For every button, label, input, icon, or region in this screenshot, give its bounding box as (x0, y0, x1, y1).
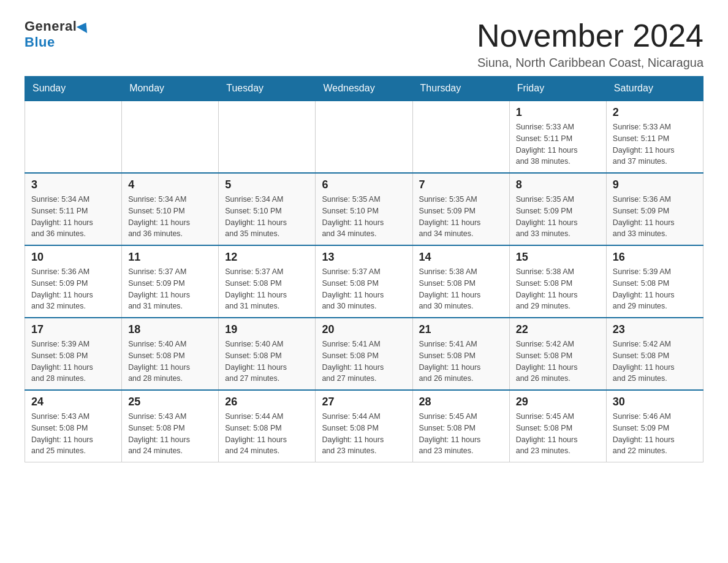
calendar-cell: 22Sunrise: 5:42 AM Sunset: 5:08 PM Dayli… (509, 318, 606, 390)
calendar-cell: 14Sunrise: 5:38 AM Sunset: 5:08 PM Dayli… (412, 245, 509, 318)
day-number: 4 (128, 178, 212, 191)
day-info: Sunrise: 5:37 AM Sunset: 5:09 PM Dayligh… (128, 266, 212, 312)
calendar-cell: 4Sunrise: 5:34 AM Sunset: 5:10 PM Daylig… (122, 173, 219, 245)
day-info: Sunrise: 5:43 AM Sunset: 5:08 PM Dayligh… (128, 411, 212, 457)
calendar-cell: 26Sunrise: 5:44 AM Sunset: 5:08 PM Dayli… (219, 390, 316, 462)
day-number: 11 (128, 251, 212, 264)
calendar-cell: 18Sunrise: 5:40 AM Sunset: 5:08 PM Dayli… (122, 318, 219, 390)
day-info: Sunrise: 5:44 AM Sunset: 5:08 PM Dayligh… (225, 411, 309, 457)
day-info: Sunrise: 5:42 AM Sunset: 5:08 PM Dayligh… (516, 339, 600, 385)
calendar-week-row: 17Sunrise: 5:39 AM Sunset: 5:08 PM Dayli… (25, 318, 703, 390)
calendar-cell: 30Sunrise: 5:46 AM Sunset: 5:09 PM Dayli… (606, 390, 703, 462)
weekday-header-wednesday: Wednesday (316, 77, 412, 101)
location-subtitle: Siuna, North Caribbean Coast, Nicaragua (477, 56, 703, 70)
day-info: Sunrise: 5:33 AM Sunset: 5:11 PM Dayligh… (516, 121, 600, 167)
calendar-week-row: 1Sunrise: 5:33 AM Sunset: 5:11 PM Daylig… (25, 101, 703, 173)
day-info: Sunrise: 5:41 AM Sunset: 5:08 PM Dayligh… (322, 339, 406, 385)
day-number: 8 (516, 178, 600, 191)
day-number: 16 (613, 251, 697, 264)
day-number: 27 (322, 396, 406, 408)
day-info: Sunrise: 5:40 AM Sunset: 5:08 PM Dayligh… (128, 339, 212, 385)
weekday-header-tuesday: Tuesday (219, 77, 316, 101)
day-number: 2 (613, 106, 697, 119)
day-number: 1 (516, 106, 600, 119)
day-info: Sunrise: 5:38 AM Sunset: 5:08 PM Dayligh… (516, 266, 600, 312)
calendar-cell: 25Sunrise: 5:43 AM Sunset: 5:08 PM Dayli… (122, 390, 219, 462)
day-info: Sunrise: 5:34 AM Sunset: 5:10 PM Dayligh… (225, 194, 309, 240)
logo-blue-text: Blue (25, 34, 55, 50)
calendar-cell: 17Sunrise: 5:39 AM Sunset: 5:08 PM Dayli… (25, 318, 122, 390)
calendar-cell: 1Sunrise: 5:33 AM Sunset: 5:11 PM Daylig… (509, 101, 606, 173)
calendar-cell (316, 101, 412, 173)
day-info: Sunrise: 5:39 AM Sunset: 5:08 PM Dayligh… (613, 266, 697, 312)
calendar-week-row: 10Sunrise: 5:36 AM Sunset: 5:09 PM Dayli… (25, 245, 703, 318)
calendar-cell: 20Sunrise: 5:41 AM Sunset: 5:08 PM Dayli… (316, 318, 412, 390)
calendar-cell: 21Sunrise: 5:41 AM Sunset: 5:08 PM Dayli… (412, 318, 509, 390)
calendar-cell: 3Sunrise: 5:34 AM Sunset: 5:11 PM Daylig… (25, 173, 122, 245)
calendar-cell: 29Sunrise: 5:45 AM Sunset: 5:08 PM Dayli… (509, 390, 606, 462)
day-info: Sunrise: 5:37 AM Sunset: 5:08 PM Dayligh… (225, 266, 309, 312)
calendar-cell (412, 101, 509, 173)
calendar-cell (122, 101, 219, 173)
day-number: 21 (419, 323, 503, 336)
day-number: 7 (419, 178, 503, 191)
day-number: 6 (322, 178, 406, 191)
logo-triangle-icon (77, 20, 91, 33)
day-info: Sunrise: 5:35 AM Sunset: 5:09 PM Dayligh… (419, 194, 503, 240)
calendar-cell: 13Sunrise: 5:37 AM Sunset: 5:08 PM Dayli… (316, 245, 412, 318)
day-info: Sunrise: 5:36 AM Sunset: 5:09 PM Dayligh… (31, 266, 115, 312)
page-header: General Blue November 2024 Siuna, North … (25, 18, 703, 70)
day-info: Sunrise: 5:43 AM Sunset: 5:08 PM Dayligh… (31, 411, 115, 457)
calendar-cell: 12Sunrise: 5:37 AM Sunset: 5:08 PM Dayli… (219, 245, 316, 318)
day-number: 18 (128, 323, 212, 336)
calendar-cell: 24Sunrise: 5:43 AM Sunset: 5:08 PM Dayli… (25, 390, 122, 462)
weekday-header-thursday: Thursday (412, 77, 509, 101)
day-info: Sunrise: 5:33 AM Sunset: 5:11 PM Dayligh… (613, 121, 697, 167)
day-info: Sunrise: 5:40 AM Sunset: 5:08 PM Dayligh… (225, 339, 309, 385)
day-number: 20 (322, 323, 406, 336)
day-number: 19 (225, 323, 309, 336)
day-number: 26 (225, 396, 309, 408)
day-info: Sunrise: 5:46 AM Sunset: 5:09 PM Dayligh… (613, 411, 697, 457)
calendar-cell: 6Sunrise: 5:35 AM Sunset: 5:10 PM Daylig… (316, 173, 412, 245)
calendar-header-row: SundayMondayTuesdayWednesdayThursdayFrid… (25, 77, 703, 101)
calendar-cell (219, 101, 316, 173)
day-info: Sunrise: 5:45 AM Sunset: 5:08 PM Dayligh… (516, 411, 600, 457)
weekday-header-monday: Monday (122, 77, 219, 101)
day-info: Sunrise: 5:36 AM Sunset: 5:09 PM Dayligh… (613, 194, 697, 240)
calendar-cell (25, 101, 122, 173)
calendar-cell: 11Sunrise: 5:37 AM Sunset: 5:09 PM Dayli… (122, 245, 219, 318)
day-info: Sunrise: 5:37 AM Sunset: 5:08 PM Dayligh… (322, 266, 406, 312)
day-number: 22 (516, 323, 600, 336)
weekday-header-saturday: Saturday (606, 77, 703, 101)
day-number: 28 (419, 396, 503, 408)
day-info: Sunrise: 5:42 AM Sunset: 5:08 PM Dayligh… (613, 339, 697, 385)
calendar-cell: 10Sunrise: 5:36 AM Sunset: 5:09 PM Dayli… (25, 245, 122, 318)
calendar-cell: 2Sunrise: 5:33 AM Sunset: 5:11 PM Daylig… (606, 101, 703, 173)
day-number: 14 (419, 251, 503, 264)
day-number: 24 (31, 396, 115, 408)
calendar-cell: 5Sunrise: 5:34 AM Sunset: 5:10 PM Daylig… (219, 173, 316, 245)
day-number: 23 (613, 323, 697, 336)
calendar-week-row: 3Sunrise: 5:34 AM Sunset: 5:11 PM Daylig… (25, 173, 703, 245)
day-number: 13 (322, 251, 406, 264)
day-number: 9 (613, 178, 697, 191)
calendar-cell: 27Sunrise: 5:44 AM Sunset: 5:08 PM Dayli… (316, 390, 412, 462)
day-info: Sunrise: 5:39 AM Sunset: 5:08 PM Dayligh… (31, 339, 115, 385)
day-info: Sunrise: 5:34 AM Sunset: 5:11 PM Dayligh… (31, 194, 115, 240)
day-info: Sunrise: 5:38 AM Sunset: 5:08 PM Dayligh… (419, 266, 503, 312)
logo: General Blue (25, 18, 90, 50)
calendar-cell: 8Sunrise: 5:35 AM Sunset: 5:09 PM Daylig… (509, 173, 606, 245)
day-info: Sunrise: 5:35 AM Sunset: 5:09 PM Dayligh… (516, 194, 600, 240)
day-number: 10 (31, 251, 115, 264)
calendar-week-row: 24Sunrise: 5:43 AM Sunset: 5:08 PM Dayli… (25, 390, 703, 462)
logo-general-text: General (25, 18, 77, 34)
calendar-cell: 19Sunrise: 5:40 AM Sunset: 5:08 PM Dayli… (219, 318, 316, 390)
calendar-cell: 15Sunrise: 5:38 AM Sunset: 5:08 PM Dayli… (509, 245, 606, 318)
day-number: 12 (225, 251, 309, 264)
day-info: Sunrise: 5:45 AM Sunset: 5:08 PM Dayligh… (419, 411, 503, 457)
day-number: 25 (128, 396, 212, 408)
calendar-cell: 23Sunrise: 5:42 AM Sunset: 5:08 PM Dayli… (606, 318, 703, 390)
day-number: 5 (225, 178, 309, 191)
calendar-table: SundayMondayTuesdayWednesdayThursdayFrid… (25, 76, 703, 462)
